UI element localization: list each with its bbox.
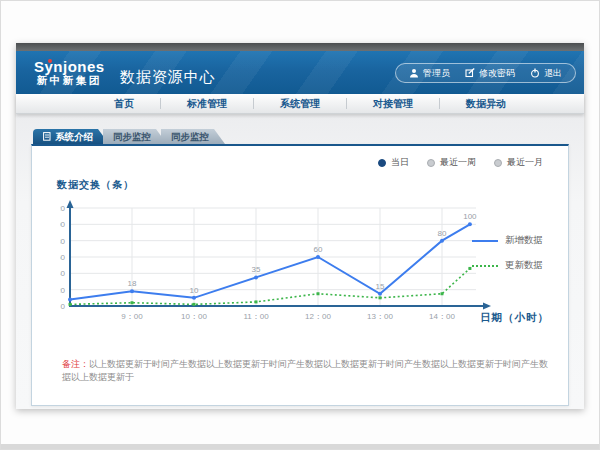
- svg-text:13：00: 13：00: [367, 312, 393, 321]
- filter-label: 最近一周: [440, 156, 476, 169]
- filter-today[interactable]: 当日: [378, 156, 409, 169]
- svg-text:20: 20: [60, 286, 66, 295]
- footnote-text: 以上数据更新于时间产生数据以上数据更新于时间产生数据以上数据更新于时间产生数据以…: [62, 359, 548, 382]
- logo-en-text: Synjones: [34, 59, 105, 75]
- svg-text:14：00: 14：00: [429, 312, 455, 321]
- tab-sync-monitor-1[interactable]: 同步监控: [103, 129, 167, 144]
- legend-item-new-data[interactable]: 新增数据: [472, 234, 543, 247]
- window-top-strip: [16, 43, 584, 51]
- app-window: Synjones 新中新集团 数据资源中心 管理员 修改密码 退出: [16, 43, 584, 409]
- main-nav: 首页 标准管理 系统管理 对接管理 数据异动: [16, 94, 584, 114]
- green-dotted-swatch-icon: [472, 265, 498, 267]
- nav-item-system[interactable]: 系统管理: [254, 97, 346, 111]
- nav-item-home[interactable]: 首页: [88, 97, 160, 111]
- svg-text:80: 80: [438, 229, 447, 238]
- svg-text:11：00: 11：00: [243, 312, 269, 321]
- tab-label: 同步监控: [171, 129, 209, 144]
- chart-legend: 新增数据 更新数据: [472, 234, 543, 272]
- edit-icon: [465, 68, 475, 78]
- chart-panel: 当日 最近一周 最近一月 数据交换（条） 0204060801001209：00…: [31, 144, 569, 406]
- svg-text:120: 120: [60, 204, 66, 213]
- tab-system-intro[interactable]: 系统介绍: [33, 129, 109, 144]
- svg-text:40: 40: [60, 269, 66, 278]
- line-chart: 0204060801001209：0010：0011：0012：0013：001…: [60, 198, 500, 326]
- svg-text:18: 18: [128, 279, 137, 288]
- filter-last-week[interactable]: 最近一周: [427, 156, 476, 169]
- filter-label: 当日: [391, 156, 409, 169]
- tab-bar: 系统介绍 同步监控 同步监控: [33, 129, 225, 144]
- app-header: Synjones 新中新集团 数据资源中心 管理员 修改密码 退出: [16, 51, 584, 94]
- radio-unselected-icon: [494, 159, 502, 167]
- nav-item-standards[interactable]: 标准管理: [161, 97, 253, 111]
- svg-text:80: 80: [60, 237, 66, 246]
- legend-label: 更新数据: [505, 259, 543, 272]
- svg-text:10：00: 10：00: [181, 312, 207, 321]
- tab-label: 同步监控: [113, 129, 151, 144]
- user-name-label: 管理员: [423, 67, 450, 80]
- svg-text:60: 60: [314, 245, 323, 254]
- radio-unselected-icon: [427, 159, 435, 167]
- filter-last-month[interactable]: 最近一月: [494, 156, 543, 169]
- logout-label: 退出: [544, 67, 562, 80]
- legend-item-updated-data[interactable]: 更新数据: [472, 259, 543, 272]
- change-password-label: 修改密码: [479, 67, 515, 80]
- power-icon: [530, 68, 540, 78]
- current-user-button[interactable]: 管理员: [409, 67, 450, 80]
- screenshot-frame: Synjones 新中新集团 数据资源中心 管理员 修改密码 退出: [0, 0, 600, 450]
- user-toolbar: 管理员 修改密码 退出: [395, 63, 576, 83]
- document-icon: [43, 132, 51, 141]
- footnote-prefix: 备注：: [62, 359, 89, 369]
- svg-text:35: 35: [252, 265, 261, 274]
- tab-sync-monitor-2[interactable]: 同步监控: [161, 129, 225, 144]
- blue-line-swatch-icon: [472, 240, 498, 242]
- content-area: 系统介绍 同步监控 同步监控 当日 最近一周: [16, 114, 584, 409]
- svg-text:9：00: 9：00: [121, 312, 143, 321]
- nav-item-data-change[interactable]: 数据异动: [440, 97, 532, 111]
- svg-text:10: 10: [190, 286, 199, 295]
- filter-label: 最近一月: [507, 156, 543, 169]
- company-logo: Synjones 新中新集团: [34, 59, 105, 87]
- svg-text:100: 100: [463, 212, 477, 221]
- x-axis-title: 日期（小时）: [480, 311, 549, 325]
- y-axis-title: 数据交换（条）: [57, 178, 134, 192]
- svg-text:0: 0: [61, 302, 66, 311]
- nav-item-integration[interactable]: 对接管理: [347, 97, 439, 111]
- logout-button[interactable]: 退出: [530, 67, 562, 80]
- svg-text:100: 100: [60, 220, 66, 229]
- time-range-filter: 当日 最近一周 最近一月: [378, 156, 543, 169]
- footnote: 备注：以上数据更新于时间产生数据以上数据更新于时间产生数据以上数据更新于时间产生…: [62, 358, 550, 383]
- svg-text:15: 15: [376, 282, 385, 291]
- radio-selected-icon: [378, 159, 386, 167]
- page-title: 数据资源中心: [120, 68, 216, 87]
- legend-label: 新增数据: [505, 234, 543, 247]
- svg-text:12：00: 12：00: [305, 312, 331, 321]
- user-icon: [409, 68, 419, 78]
- svg-text:60: 60: [60, 253, 66, 262]
- change-password-button[interactable]: 修改密码: [465, 67, 515, 80]
- bottom-strip: [1, 444, 599, 449]
- logo-cn-text: 新中新集团: [34, 75, 105, 86]
- tab-label: 系统介绍: [55, 129, 93, 144]
